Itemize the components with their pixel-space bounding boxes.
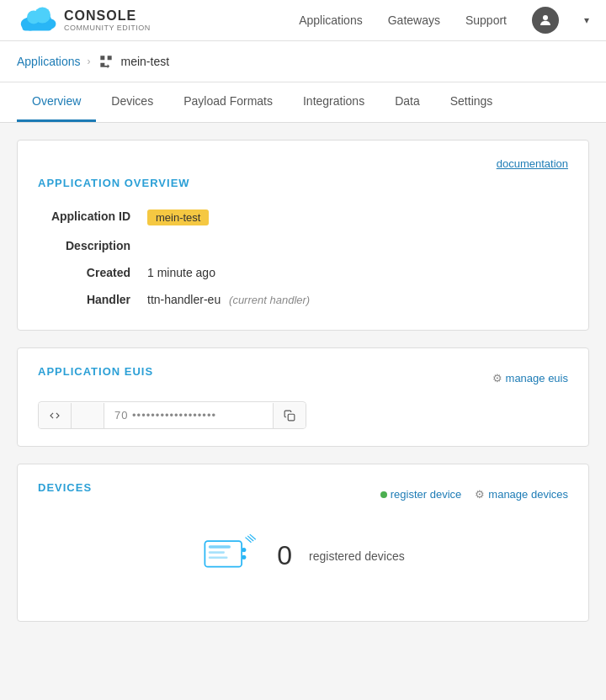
manage-devices-link[interactable]: ⚙ manage devices	[475, 488, 568, 501]
handler-label: Handler	[38, 293, 147, 306]
euis-card: APPLICATION EUIS ⚙ manage euis 70 ••••••…	[17, 347, 589, 447]
brand-text: CONSOLE COMMUNITY EDITION	[64, 8, 151, 32]
svg-rect-3	[22, 24, 51, 30]
svg-point-12	[242, 548, 246, 552]
register-device-link[interactable]: register device	[380, 488, 462, 501]
app-id-label: Application ID	[38, 209, 147, 223]
eui-value-text: 70 ••••••••••••••••••	[104, 402, 273, 428]
eui-code-button[interactable]	[39, 403, 72, 428]
breadcrumb-separator-icon: ›	[88, 56, 91, 67]
nav-gateways[interactable]: Gateways	[388, 13, 440, 27]
svg-rect-7	[288, 414, 295, 421]
brand-logo-icon	[17, 5, 57, 35]
swap-icon	[82, 410, 93, 422]
overview-card: documentation APPLICATION OVERVIEW Appli…	[17, 140, 589, 331]
devices-section-title: DEVICES	[38, 481, 92, 494]
handler-row: Handler ttn-handler-eu (current handler)	[38, 286, 568, 313]
documentation-link[interactable]: documentation	[497, 157, 568, 170]
app-id-badge: mein-test	[147, 209, 209, 225]
nav-applications[interactable]: Applications	[299, 13, 363, 27]
breadcrumb-app-icon	[98, 53, 114, 70]
navbar-caret-icon[interactable]: ▾	[584, 14, 589, 26]
svg-point-13	[242, 555, 246, 559]
manage-euis-link[interactable]: ⚙ manage euis	[492, 372, 568, 384]
tab-settings[interactable]: Settings	[435, 82, 508, 122]
svg-rect-11	[209, 556, 228, 559]
nav-support[interactable]: Support	[465, 13, 507, 27]
svg-point-5	[35, 7, 50, 23]
devices-count: 0	[277, 540, 292, 571]
devices-card: DEVICES register device ⚙ manage devices	[17, 464, 589, 622]
svg-rect-9	[209, 545, 231, 549]
overview-top: documentation	[38, 157, 568, 170]
app-id-row: Application ID mein-test	[38, 203, 568, 232]
breadcrumb-current-app: mein-test	[121, 55, 170, 68]
tab-payload-formats[interactable]: Payload Formats	[168, 82, 288, 122]
svg-rect-10	[209, 551, 225, 554]
user-icon	[538, 13, 553, 28]
register-dot-icon	[380, 491, 387, 498]
devices-registered-label: registered devices	[309, 549, 405, 563]
tab-devices[interactable]: Devices	[96, 82, 168, 122]
handler-value: ttn-handler-eu (current handler)	[147, 293, 310, 306]
description-row: Description	[38, 232, 568, 259]
euis-section-title: APPLICATION EUIS	[38, 365, 153, 378]
devices-header: DEVICES register device ⚙ manage devices	[38, 481, 568, 507]
gear-icon: ⚙	[492, 372, 502, 384]
tab-integrations[interactable]: Integrations	[288, 82, 380, 122]
tabs-bar: Overview Devices Payload Formats Integra…	[0, 82, 606, 123]
tab-data[interactable]: Data	[380, 82, 435, 122]
brand-logo-link[interactable]: CONSOLE COMMUNITY EDITION	[17, 5, 151, 35]
svg-rect-8	[205, 541, 242, 567]
breadcrumb-applications-link[interactable]: Applications	[17, 55, 81, 68]
devices-illustration-icon	[201, 533, 260, 579]
created-value: 1 minute ago	[147, 266, 215, 279]
tab-overview[interactable]: Overview	[17, 82, 96, 122]
devices-empty-state: 0 registered devices	[38, 507, 568, 604]
breadcrumb: Applications › mein-test	[0, 41, 606, 82]
main-content: documentation APPLICATION OVERVIEW Appli…	[0, 123, 606, 639]
user-avatar[interactable]	[532, 7, 559, 34]
navbar: CONSOLE COMMUNITY EDITION Applications G…	[0, 0, 606, 41]
devices-actions: register device ⚙ manage devices	[380, 488, 568, 501]
svg-point-6	[543, 15, 548, 20]
brand-edition-label: COMMUNITY EDITION	[64, 24, 151, 32]
overview-section-title: APPLICATION OVERVIEW	[38, 177, 568, 189]
eui-copy-button[interactable]	[273, 403, 306, 428]
description-label: Description	[38, 239, 147, 252]
created-label: Created	[38, 266, 147, 279]
code-icon	[49, 410, 61, 422]
created-row: Created 1 minute ago	[38, 259, 568, 286]
navbar-links: Applications Gateways Support ▾	[299, 7, 589, 34]
eui-row: 70 ••••••••••••••••••	[38, 401, 306, 429]
manage-devices-gear-icon: ⚙	[475, 488, 485, 501]
handler-current-label: (current handler)	[229, 294, 310, 306]
brand-console-label: CONSOLE	[64, 8, 151, 24]
eui-swap-button[interactable]	[72, 403, 104, 428]
euis-header: APPLICATION EUIS ⚙ manage euis	[38, 365, 568, 391]
copy-icon	[284, 410, 295, 422]
